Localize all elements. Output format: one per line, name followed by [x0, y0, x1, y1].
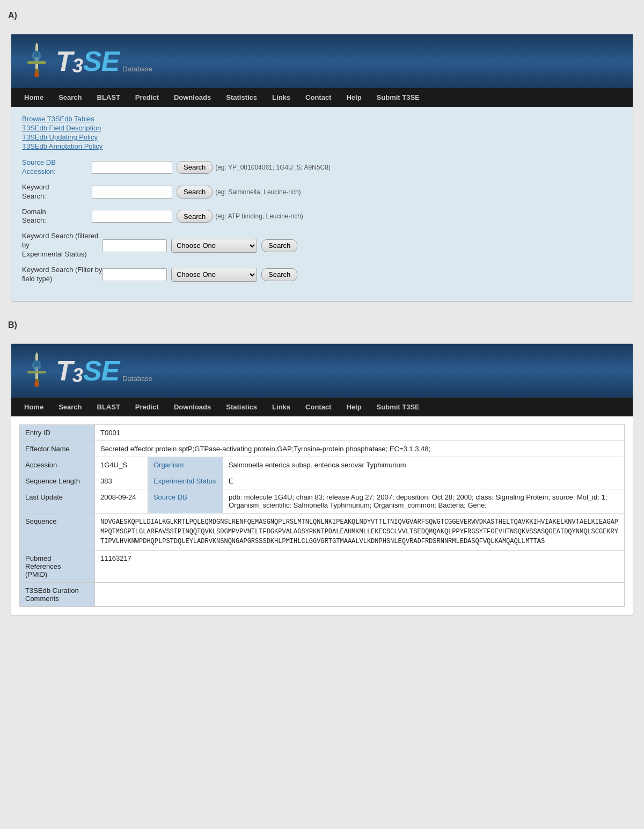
svg-point-13	[34, 361, 39, 367]
label-sequence: Sequence	[20, 513, 95, 550]
hint-domain: (eg: ATP binding, Leucine-rich)	[215, 212, 303, 220]
panel-a: T 3 SE Database Home Search BLAST Predic…	[11, 34, 633, 302]
table-row-effector: Effector Name Secreted effector protein …	[20, 441, 625, 457]
nav-statistics-a[interactable]: Statistics	[218, 88, 265, 107]
value-seqlength: 383	[95, 473, 148, 489]
value-sourcedb: pdb: molecule 1G4U; chain 83; release Au…	[223, 489, 624, 513]
logo-bar-a: T 3 SE Database	[11, 34, 633, 88]
value-lastupdate: 2008-09-24	[95, 489, 148, 513]
nav-blast-b[interactable]: BLAST	[90, 398, 128, 416]
nav-downloads-b[interactable]: Downloads	[166, 398, 218, 416]
label-entryid: Entry ID	[20, 424, 95, 441]
svg-marker-3	[35, 42, 38, 45]
nav-statistics-b[interactable]: Statistics	[218, 398, 265, 416]
select-field-type[interactable]: Choose One	[171, 268, 257, 282]
form-row-sourcedb: Source DBAccession: Search (eg: YP_00100…	[22, 158, 622, 177]
link-annotation-policy[interactable]: T3SEdb Annotation Policy	[22, 142, 622, 150]
logo-database-a: Database	[122, 65, 152, 73]
value-curation	[95, 582, 625, 606]
nav-predict-a[interactable]: Predict	[128, 88, 166, 107]
nav-bar-b: Home Search BLAST Predict Downloads Stat…	[11, 398, 633, 416]
logo-3-b: 3	[72, 364, 83, 387]
label-lastupdate: Last Update	[20, 489, 95, 513]
nav-search-b[interactable]: Search	[51, 398, 89, 416]
svg-point-6	[34, 51, 39, 57]
logo-sword-icon-a	[22, 42, 52, 80]
link-updating-policy[interactable]: T3SEdb Updating Policy	[22, 133, 622, 141]
svg-point-11	[34, 382, 39, 386]
value-expstatus: E	[223, 473, 624, 489]
logo-sword-icon-b	[22, 352, 52, 390]
nav-bar-a: Home Search BLAST Predict Downloads Stat…	[11, 88, 633, 107]
search-btn-keyword[interactable]: Search	[177, 186, 213, 199]
nav-contact-b[interactable]: Contact	[298, 398, 339, 416]
form-row-keyword-filtered: Keyword Search (filtered byExperimental …	[22, 232, 622, 259]
table-row-curation: T3SEdb CurationComments	[20, 582, 625, 606]
label-organism: Organism	[148, 457, 223, 473]
form-row-domain: DomainSearch: Search (eg: ATP binding, L…	[22, 208, 622, 226]
label-pubmed: PubmedReferences(PMID)	[20, 550, 95, 582]
detail-content: Entry ID T0001 Effector Name Secreted ef…	[11, 416, 633, 615]
browse-links: Browse T3SEdb Tables T3SEdb Field Descri…	[22, 115, 622, 150]
nav-blast-a[interactable]: BLAST	[90, 88, 128, 107]
nav-help-a[interactable]: Help	[339, 88, 369, 107]
nav-links-b[interactable]: Links	[265, 398, 298, 416]
search-btn-keyword-filtered[interactable]: Search	[261, 239, 297, 252]
nav-submit-a[interactable]: Submit T3SE	[369, 88, 427, 107]
search-btn-keyword-field[interactable]: Search	[261, 268, 297, 281]
nav-downloads-a[interactable]: Downloads	[166, 88, 218, 107]
label-expstatus: Experimental Status	[148, 473, 223, 489]
logo-text-b: T 3 SE Database	[56, 355, 152, 387]
input-keyword-filtered[interactable]	[103, 239, 167, 252]
logo-bar-b: T 3 SE Database	[11, 344, 633, 398]
svg-point-4	[34, 72, 39, 77]
form-row-keyword: KeywordSearch: Search (eg: Salmonella, L…	[22, 183, 622, 201]
link-browse-tables[interactable]: Browse T3SEdb Tables	[22, 115, 622, 123]
nav-search-a[interactable]: Search	[51, 88, 89, 107]
form-row-keyword-field: Keyword Search (Filter byfield type) Cho…	[22, 266, 622, 284]
logo-text-a: T 3 SE Database	[56, 45, 152, 77]
label-seqlength: Sequence Length	[20, 473, 95, 489]
section-b-label: B)	[8, 315, 636, 333]
value-organism: Salmonella enterica subsp. enterica sero…	[223, 457, 624, 473]
value-sequence: NDVGAESKQPLLDIALKGLKRTLPQLEQMDGNSLRENFQE…	[95, 513, 625, 550]
label-sourcedb: Source DB	[148, 489, 223, 513]
nav-home-b[interactable]: Home	[17, 398, 51, 416]
input-sourcedb[interactable]	[92, 161, 172, 174]
table-row-seqlength: Sequence Length 383 Experimental Status …	[20, 473, 625, 489]
table-row-pubmed: PubmedReferences(PMID) 11163217	[20, 550, 625, 582]
label-sourcedb: Source DBAccession:	[22, 158, 92, 177]
nav-contact-a[interactable]: Contact	[298, 88, 339, 107]
search-btn-domain[interactable]: Search	[177, 210, 213, 223]
input-keyword[interactable]	[92, 186, 172, 199]
label-effector: Effector Name	[20, 441, 95, 457]
logo-se-a: SE	[83, 45, 119, 77]
section-a-label: A)	[8, 5, 636, 23]
table-row-entryid: Entry ID T0001	[20, 424, 625, 441]
link-field-desc[interactable]: T3SEdb Field Description	[22, 124, 622, 132]
svg-marker-10	[35, 352, 38, 355]
label-curation: T3SEdb CurationComments	[20, 582, 95, 606]
value-accession: 1G4U_S	[95, 457, 148, 473]
nav-predict-b[interactable]: Predict	[128, 398, 166, 416]
label-accession: Accession	[20, 457, 95, 473]
input-domain[interactable]	[92, 210, 172, 223]
logo-t-b: T	[56, 355, 72, 387]
nav-submit-b[interactable]: Submit T3SE	[369, 398, 427, 416]
input-keyword-field[interactable]	[103, 268, 167, 281]
nav-links-a[interactable]: Links	[265, 88, 298, 107]
svg-rect-8	[27, 371, 46, 373]
logo-database-b: Database	[122, 375, 152, 383]
logo-se-b: SE	[83, 355, 119, 387]
hint-keyword: (eg: Salmonella, Leucine-rich)	[215, 188, 301, 196]
panel-b: T 3 SE Database Home Search BLAST Predic…	[11, 343, 633, 615]
select-experimental-status[interactable]: Choose One	[171, 239, 257, 253]
table-row-sequence: Sequence NDVGAESKQPLLDIALKGLKRTLPQLEQMDG…	[20, 513, 625, 550]
nav-home-a[interactable]: Home	[17, 88, 51, 107]
label-domain: DomainSearch:	[22, 208, 92, 226]
value-pubmed: 11163217	[95, 550, 625, 582]
search-btn-sourcedb[interactable]: Search	[177, 161, 213, 174]
logo-t-a: T	[56, 45, 72, 77]
table-row-accession: Accession 1G4U_S Organism Salmonella ent…	[20, 457, 625, 473]
nav-help-b[interactable]: Help	[339, 398, 369, 416]
